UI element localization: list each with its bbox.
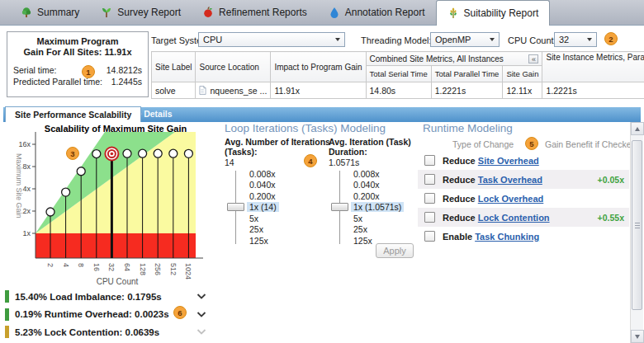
- checkbox[interactable]: [424, 155, 435, 166]
- runtime-link[interactable]: Task Chunking: [475, 232, 539, 242]
- x-tick-label: 512: [169, 263, 178, 275]
- slider-option[interactable]: 0.008x: [225, 168, 325, 180]
- apply-button[interactable]: Apply: [376, 243, 414, 258]
- slider-option-label: 0.008x: [351, 169, 382, 179]
- slider-option[interactable]: 0.040x: [225, 180, 325, 191]
- tab-refinement-reports[interactable]: Refinement Reports: [192, 0, 318, 25]
- tree-icon: [21, 7, 32, 18]
- severity-bar: [5, 326, 9, 338]
- chart-point[interactable]: [139, 149, 147, 157]
- target-system-select[interactable]: CPU: [198, 32, 345, 47]
- y-tick-label: 16x: [18, 140, 31, 148]
- checkbox[interactable]: [424, 212, 435, 223]
- slider-option[interactable]: 1x (1.0571s): [329, 202, 429, 214]
- slider-option[interactable]: 0.200x: [225, 190, 325, 202]
- slider-option-label: 25x: [247, 224, 266, 234]
- chart-point[interactable]: [154, 149, 162, 157]
- threading-model-label: Threading Model:: [361, 35, 432, 45]
- iterations-slider-title: Avg. Number of Iterations(Tasks):: [225, 137, 330, 157]
- bullseye-center: [111, 153, 114, 156]
- x-tick-label: 64: [123, 263, 131, 271]
- site-metrics-table: Site Label Source Location Impact to Pro…: [151, 51, 644, 99]
- tab-survey-report[interactable]: Survey Report: [90, 0, 192, 25]
- chart-point[interactable]: [184, 149, 192, 157]
- parallel-time-value: 1.2445s: [111, 77, 142, 87]
- slider-option[interactable]: 5x: [225, 213, 325, 224]
- cpu-count-label: CPU Count:: [508, 35, 556, 45]
- scroll-up-button[interactable]: [631, 122, 644, 135]
- drop-icon: [329, 7, 340, 18]
- runtime-link[interactable]: Task Overhead: [478, 175, 542, 185]
- cell-instance-parallel: 1.2221s: [542, 82, 644, 99]
- step-badge-5: 5: [525, 137, 538, 150]
- duration-slider-title: Avg. Iteration (Task)Duration:: [329, 137, 411, 157]
- col-source-location: Source Location: [196, 52, 271, 82]
- overhead-row: 15.40% Load Imbalance: 0.1795s: [5, 288, 213, 306]
- cpu-count-select[interactable]: 32: [554, 32, 597, 47]
- x-tick-label: 16: [92, 263, 101, 271]
- slider-option[interactable]: 1x (14): [225, 202, 325, 214]
- tab-label: Survey Report: [117, 7, 181, 18]
- severity-bar: [5, 308, 9, 321]
- slider-handle[interactable]: [331, 203, 348, 211]
- slider-option-label: 0.008x: [247, 169, 278, 179]
- table-row[interactable]: solve nqueens_se ... 11.91x 14.80s 1.222…: [152, 82, 644, 99]
- scrollbar-thumb[interactable]: [632, 140, 642, 310]
- chart-point[interactable]: [77, 167, 85, 176]
- slider-option[interactable]: 25x: [329, 224, 429, 236]
- slider-option[interactable]: 0.200x: [329, 190, 429, 202]
- chart-point[interactable]: [92, 150, 101, 158]
- duration-slider: 0.008x0.040x0.200x1x (1.0571s)5x25x125x: [329, 168, 429, 247]
- slider-option-label: 0.040x: [247, 180, 278, 190]
- tab-summary[interactable]: Summary: [10, 0, 90, 25]
- step-badge-1: 1: [82, 65, 95, 78]
- chart-point[interactable]: [46, 208, 54, 216]
- runtime-link[interactable]: Site Overhead: [478, 156, 539, 166]
- runtime-link[interactable]: Lock Contention: [478, 213, 550, 223]
- slider-option[interactable]: 0.008x: [329, 168, 429, 180]
- tab-label: Suitability Report: [464, 7, 539, 19]
- checkbox[interactable]: [424, 231, 435, 242]
- col-site-label: Site Label: [152, 52, 196, 82]
- overhead-row: 5.23% Lock Contention: 0.0639s: [5, 323, 213, 341]
- type-of-change-header: Type of Change: [452, 139, 514, 149]
- chart-point[interactable]: [123, 149, 131, 157]
- tab-annotation-report[interactable]: Annotation Report: [318, 0, 436, 25]
- slider-option[interactable]: 125x: [225, 235, 325, 247]
- cell-site-label: solve: [152, 82, 196, 99]
- overhead-label: 5.23% Lock Contention: 0.0639s: [15, 327, 191, 337]
- chevron-down-icon[interactable]: [197, 329, 206, 335]
- runtime-row: Reduce Site Overhead: [418, 151, 629, 170]
- tab-suitability-report[interactable]: Suitability Report: [436, 0, 551, 26]
- slider-option[interactable]: 25x: [225, 224, 325, 236]
- y-tick-label: 8x: [22, 162, 31, 171]
- checkbox[interactable]: [424, 193, 435, 204]
- chevron-down-icon[interactable]: [197, 312, 206, 317]
- slider-option[interactable]: 5x: [329, 213, 429, 224]
- chart-point[interactable]: [62, 188, 70, 196]
- runtime-modeling-heading: Runtime Modeling: [423, 122, 513, 134]
- slider-handle[interactable]: [227, 203, 244, 211]
- slider-option-label: 5x: [247, 214, 261, 223]
- apple-icon: [202, 7, 214, 18]
- max-gain-title: Maximum Program Gain For All Sites: 11.9…: [7, 36, 148, 58]
- chevron-down-icon[interactable]: [197, 294, 206, 299]
- max-program-gain-box: Maximum Program Gain For All Sites: 11.9…: [7, 31, 149, 97]
- cell-total-parallel: 1.2221s: [431, 82, 503, 99]
- slider-option[interactable]: 0.040x: [329, 180, 429, 191]
- scroll-down-button[interactable]: [631, 330, 644, 343]
- runtime-link[interactable]: Lock Overhead: [478, 194, 543, 204]
- cell-impact: 11.91x: [271, 82, 366, 99]
- x-tick-label: 128: [139, 263, 147, 275]
- vertical-scrollbar[interactable]: [630, 122, 643, 343]
- y-tick-label: 4x: [22, 185, 31, 193]
- tab-site-performance-scalability[interactable]: Site Performance Scalability: [5, 106, 141, 122]
- collapse-group-button[interactable]: «: [528, 54, 538, 63]
- col-total-parallel: Total Parallel Time: [431, 66, 503, 82]
- scalability-chart: Scalability of Maximum Site Gain Maximum…: [0, 122, 216, 295]
- chevron-down-icon: [587, 38, 592, 41]
- threading-model-select[interactable]: OpenMP: [430, 32, 500, 47]
- severity-bar: [5, 290, 9, 303]
- chart-point[interactable]: [169, 149, 178, 157]
- checkbox[interactable]: [424, 174, 435, 185]
